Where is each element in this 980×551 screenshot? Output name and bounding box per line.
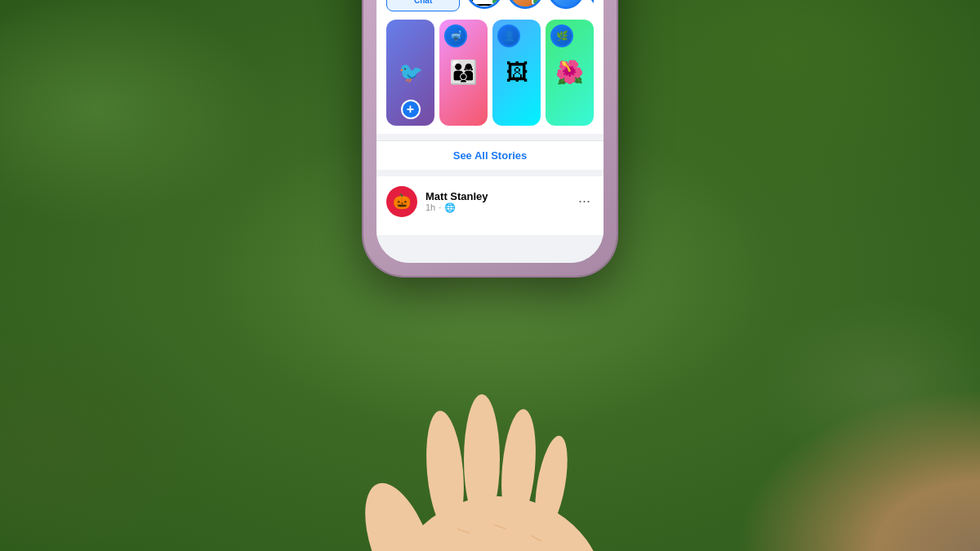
story-avatar-3[interactable]: 🏔 xyxy=(548,0,584,9)
online-indicator xyxy=(491,0,499,6)
scene: 11:57 🔔 ☀ ▲ ▐▐▐▐ 🔋 facebook xyxy=(0,0,980,551)
story-avatar-2[interactable]: 👤 xyxy=(507,0,543,9)
post-user-info: 🎃 Matt Stanley 1h · 🌐 xyxy=(386,186,488,217)
video-chat-row: ➕ Create VideoChat SPEED LIMIT xyxy=(386,0,594,11)
story-card-4-avatar: 🌿 xyxy=(550,24,573,47)
story-card-add[interactable]: 🐦 + xyxy=(386,20,434,126)
stories-cards: 🐦 + 👨‍👩‍👦 🤿 xyxy=(386,20,594,126)
create-video-chat-label: Create VideoChat xyxy=(414,0,451,6)
phone-outer: 11:57 🔔 ☀ ▲ ▐▐▐▐ 🔋 facebook xyxy=(363,0,617,276)
phone-wrapper: 11:57 🔔 ☀ ▲ ▐▐▐▐ 🔋 facebook xyxy=(363,23,617,529)
story-avatar-row: SPEED LIMIT 65 👤 xyxy=(466,0,594,9)
story-avatar-4[interactable]: 🌊 xyxy=(589,0,594,9)
story-avatar-4-inner: 🌊 xyxy=(591,0,594,7)
story-card-2-avatar: 🤿 xyxy=(444,24,467,47)
see-all-stories-button[interactable]: See All Stories xyxy=(376,140,604,170)
post-avatar: 🎃 xyxy=(386,186,417,217)
story-card-3-avatar: 👤 xyxy=(497,24,520,47)
post-card: 🎃 Matt Stanley 1h · 🌐 xyxy=(376,176,604,235)
main-content[interactable]: 🐦 What's on your mind? ▶ Live 🖼 Ph xyxy=(376,0,604,263)
story-add-button[interactable]: + xyxy=(401,100,421,119)
stories-section: ➕ Create VideoChat SPEED LIMIT xyxy=(376,0,604,134)
story-avatar-3-inner: 🏔 xyxy=(550,0,581,7)
story-card-4[interactable]: 🌺 🌿 xyxy=(546,20,594,126)
bg-ground xyxy=(735,388,980,551)
post-header: 🎃 Matt Stanley 1h · 🌐 xyxy=(386,186,594,217)
post-time: 1h xyxy=(425,202,435,212)
post-avatar-emoji: 🎃 xyxy=(393,193,411,211)
online-indicator-2 xyxy=(532,0,540,6)
svg-point-3 xyxy=(464,394,500,525)
post-dot: · xyxy=(439,202,441,212)
phone-screen: 11:57 🔔 ☀ ▲ ▐▐▐▐ 🔋 facebook xyxy=(376,0,604,263)
post-meta: 1h · 🌐 xyxy=(425,202,488,213)
create-video-chat-button[interactable]: ➕ Create VideoChat xyxy=(386,0,460,11)
post-more-button[interactable]: ··· xyxy=(575,189,594,213)
story-card-3[interactable]: 🖼 👤 xyxy=(492,20,541,126)
hand-svg xyxy=(335,333,645,552)
post-user-details: Matt Stanley 1h · 🌐 xyxy=(425,190,488,213)
post-privacy-icon: 🌐 xyxy=(444,202,456,213)
story-avatar-speed-sign[interactable]: SPEED LIMIT 65 xyxy=(466,0,502,9)
post-username[interactable]: Matt Stanley xyxy=(425,190,488,202)
story-card-2[interactable]: 👨‍👩‍👦 🤿 xyxy=(439,20,488,126)
